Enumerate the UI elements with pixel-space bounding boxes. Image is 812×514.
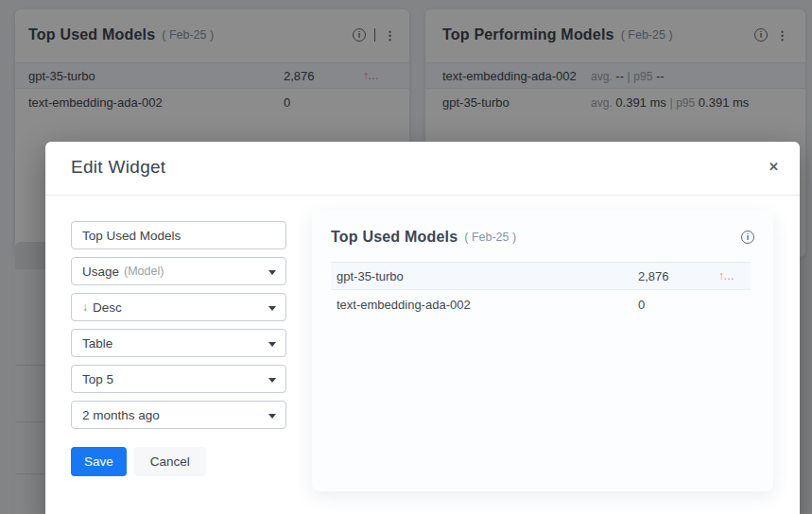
chart-type-select[interactable]: Table: [71, 329, 286, 357]
form-actions: Save Cancel: [71, 447, 286, 476]
preview-title: Top Used Models: [331, 229, 458, 246]
preview-table: gpt-35-turbo 2,876 ↑… text-embedding-ada…: [331, 262, 751, 318]
chevron-down-icon: [268, 342, 276, 347]
preview-period: ( Feb-25 ): [464, 231, 516, 244]
modal-title: Edit Widget: [71, 157, 165, 178]
info-icon: i: [741, 231, 754, 244]
metric-select-hint: (Model): [124, 265, 164, 278]
chevron-down-icon: [268, 378, 276, 383]
limit-value: Top 5: [82, 372, 113, 386]
edit-widget-modal: Edit Widget ✕ Usage (Model) ↓ Desc Table…: [45, 142, 800, 514]
usage-value: 2,876: [638, 269, 718, 283]
save-button[interactable]: Save: [71, 447, 127, 476]
sort-order-select[interactable]: ↓ Desc: [71, 293, 286, 321]
time-range-value: 2 months ago: [82, 408, 160, 422]
metric-select-value: Usage: [82, 265, 119, 279]
model-name: gpt-35-turbo: [337, 269, 638, 283]
cancel-button[interactable]: Cancel: [134, 447, 206, 476]
widget-preview-card: Top Used Models ( Feb-25 ) i gpt-35-turb…: [312, 210, 773, 491]
sort-order-value: Desc: [93, 300, 122, 315]
modal-header: Edit Widget ✕: [45, 142, 800, 196]
sort-desc-arrow-icon: ↓: [82, 300, 88, 314]
widget-form: Usage (Model) ↓ Desc Table Top 5 2 month…: [71, 221, 286, 476]
limit-select[interactable]: Top 5: [71, 365, 286, 393]
chevron-down-icon: [268, 414, 276, 419]
close-icon[interactable]: ✕: [767, 159, 781, 175]
metric-select[interactable]: Usage (Model): [71, 257, 286, 285]
chart-type-value: Table: [82, 336, 112, 351]
chevron-down-icon: [268, 270, 276, 275]
widget-name-input[interactable]: [71, 221, 286, 249]
time-range-select[interactable]: 2 months ago: [71, 401, 286, 429]
model-name: text-embedding-ada-002: [337, 298, 638, 312]
preview-header: Top Used Models ( Feb-25 ) i: [312, 210, 773, 246]
table-row: gpt-35-turbo 2,876 ↑…: [331, 262, 751, 290]
table-row: text-embedding-ada-002 0: [331, 290, 751, 318]
chevron-down-icon: [268, 306, 276, 311]
dashboard-page: Top Used Models ( Feb-25 ) i ⋮ gpt-35-tu…: [0, 0, 812, 514]
usage-value: 0: [638, 298, 718, 312]
trend-up-icon: ↑…: [718, 269, 751, 283]
